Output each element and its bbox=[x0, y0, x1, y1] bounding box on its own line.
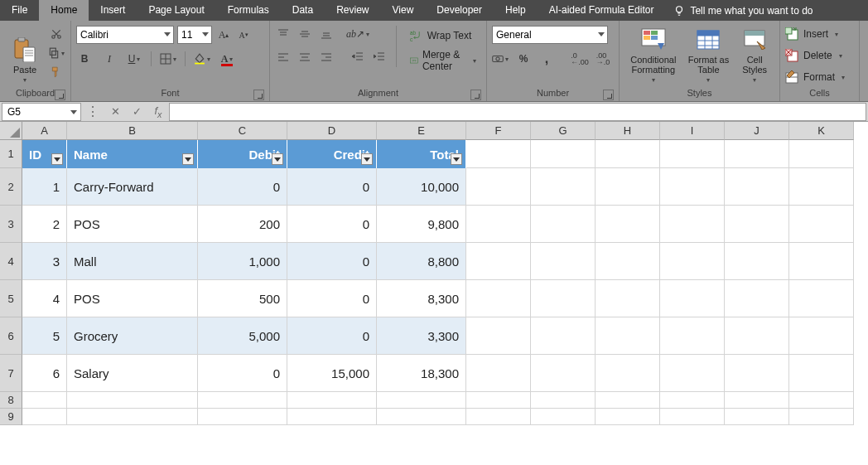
cell-A9[interactable] bbox=[22, 409, 67, 425]
cell-I4[interactable] bbox=[660, 243, 725, 280]
tab-home[interactable]: Home bbox=[39, 0, 89, 21]
column-header-C[interactable]: C bbox=[198, 122, 287, 140]
dialog-launcher-font[interactable] bbox=[253, 90, 264, 100]
cell-E2[interactable]: 10,000 bbox=[377, 168, 466, 206]
cell-I3[interactable] bbox=[660, 206, 725, 243]
cell-C4[interactable]: 1,000 bbox=[198, 243, 287, 280]
format-painter-button[interactable] bbox=[48, 64, 65, 80]
insert-cells-button[interactable]: Insert▾ bbox=[785, 25, 838, 43]
cell-F3[interactable] bbox=[466, 206, 531, 243]
cell-F9[interactable] bbox=[466, 409, 531, 425]
cell-H3[interactable] bbox=[596, 206, 660, 243]
cell-G8[interactable] bbox=[531, 392, 596, 409]
cell-F7[interactable] bbox=[466, 355, 531, 392]
tab-file[interactable]: File bbox=[0, 0, 39, 21]
cell-H9[interactable] bbox=[596, 409, 660, 425]
tell-me-search[interactable]: Tell me what you want to do bbox=[665, 5, 821, 17]
filter-button-id[interactable] bbox=[51, 153, 63, 165]
cell-I5[interactable] bbox=[660, 280, 725, 317]
copy-button[interactable]: ▾ bbox=[48, 45, 65, 61]
cell-A5[interactable]: 4 bbox=[22, 280, 67, 317]
dialog-launcher-alignment[interactable] bbox=[470, 90, 481, 100]
cell-D7[interactable]: 15,000 bbox=[287, 355, 377, 392]
cell-B4[interactable]: Mall bbox=[67, 243, 198, 280]
cell-H5[interactable] bbox=[596, 280, 660, 317]
cell-I8[interactable] bbox=[660, 392, 725, 409]
increase-font-button[interactable]: A▴ bbox=[215, 27, 232, 43]
cell-K6[interactable] bbox=[789, 317, 854, 355]
cell-A7[interactable]: 6 bbox=[22, 355, 67, 392]
select-all-corner[interactable] bbox=[0, 122, 22, 140]
comma-button[interactable]: , bbox=[538, 51, 555, 67]
paste-button[interactable]: Paste ▾ bbox=[5, 22, 45, 85]
cell-F2[interactable] bbox=[466, 168, 531, 206]
merge-center-button[interactable]: Merge & Center▾ bbox=[405, 51, 481, 70]
formula-input[interactable] bbox=[169, 103, 866, 121]
cell-K5[interactable] bbox=[789, 280, 854, 317]
cell-K9[interactable] bbox=[789, 409, 854, 425]
align-middle-button[interactable] bbox=[297, 26, 313, 42]
filter-button-debit[interactable] bbox=[272, 153, 283, 165]
cell-A8[interactable] bbox=[22, 392, 67, 409]
cell-B5[interactable]: POS bbox=[67, 280, 198, 317]
cell-J2[interactable] bbox=[725, 168, 789, 206]
column-header-F[interactable]: F bbox=[466, 122, 531, 140]
orientation-button[interactable]: ab↗▾ bbox=[350, 26, 366, 42]
align-top-button[interactable] bbox=[275, 26, 292, 42]
cell-D4[interactable]: 0 bbox=[287, 243, 377, 280]
cell-B2[interactable]: Carry-Forward bbox=[67, 168, 198, 206]
filter-button-total[interactable] bbox=[451, 153, 462, 165]
column-header-A[interactable]: A bbox=[22, 122, 67, 140]
cell-G6[interactable] bbox=[531, 317, 596, 355]
borders-button[interactable]: ▾ bbox=[160, 51, 176, 67]
cell-C7[interactable]: 0 bbox=[198, 355, 287, 392]
cell-H7[interactable] bbox=[596, 355, 660, 392]
cell-H6[interactable] bbox=[596, 317, 660, 355]
name-box[interactable]: G5 bbox=[2, 103, 81, 121]
cell-G7[interactable] bbox=[531, 355, 596, 392]
row-header-9[interactable]: 9 bbox=[0, 409, 22, 425]
cell-E1[interactable]: Total bbox=[377, 140, 466, 168]
tab-formulas[interactable]: Formulas bbox=[216, 0, 281, 21]
tab-view[interactable]: View bbox=[381, 0, 426, 21]
row-header-5[interactable]: 5 bbox=[0, 280, 22, 317]
cell-G5[interactable] bbox=[531, 280, 596, 317]
cell-A4[interactable]: 3 bbox=[22, 243, 67, 280]
cell-K2[interactable] bbox=[789, 168, 854, 206]
cell-C1[interactable]: Debit bbox=[198, 140, 287, 168]
cell-H1[interactable] bbox=[596, 140, 660, 168]
cell-C2[interactable]: 0 bbox=[198, 168, 287, 206]
italic-button[interactable]: I bbox=[101, 51, 118, 67]
percent-button[interactable]: % bbox=[515, 51, 532, 67]
cell-J4[interactable] bbox=[725, 243, 789, 280]
cell-B9[interactable] bbox=[67, 409, 198, 425]
cell-G3[interactable] bbox=[531, 206, 596, 243]
cell-C5[interactable]: 500 bbox=[198, 280, 287, 317]
cancel-formula-button[interactable]: ✕ bbox=[104, 102, 126, 121]
decrease-decimal-button[interactable]: .00→.0 bbox=[595, 51, 611, 67]
row-header-7[interactable]: 7 bbox=[0, 355, 22, 392]
cell-C9[interactable] bbox=[198, 409, 287, 425]
increase-decimal-button[interactable]: .0←.00 bbox=[571, 51, 588, 67]
cell-H8[interactable] bbox=[596, 392, 660, 409]
cell-E4[interactable]: 8,800 bbox=[377, 243, 466, 280]
cell-B1[interactable]: Name bbox=[67, 140, 198, 168]
tab-review[interactable]: Review bbox=[325, 0, 380, 21]
cell-C3[interactable]: 200 bbox=[198, 206, 287, 243]
column-header-J[interactable]: J bbox=[725, 122, 789, 140]
column-header-I[interactable]: I bbox=[660, 122, 725, 140]
tab-ai-formula[interactable]: AI-aided Formula Editor bbox=[538, 0, 666, 21]
fill-color-button[interactable]: ▾ bbox=[194, 51, 210, 67]
tab-help[interactable]: Help bbox=[494, 0, 538, 21]
cell-D8[interactable] bbox=[287, 392, 377, 409]
row-header-4[interactable]: 4 bbox=[0, 243, 22, 280]
cell-J7[interactable] bbox=[725, 355, 789, 392]
tab-page-layout[interactable]: Page Layout bbox=[137, 0, 215, 21]
tab-developer[interactable]: Developer bbox=[425, 0, 494, 21]
cell-F5[interactable] bbox=[466, 280, 531, 317]
cell-K1[interactable] bbox=[789, 140, 854, 168]
cell-E3[interactable]: 9,800 bbox=[377, 206, 466, 243]
cell-D6[interactable]: 0 bbox=[287, 317, 377, 355]
cell-G2[interactable] bbox=[531, 168, 596, 206]
cell-G4[interactable] bbox=[531, 243, 596, 280]
